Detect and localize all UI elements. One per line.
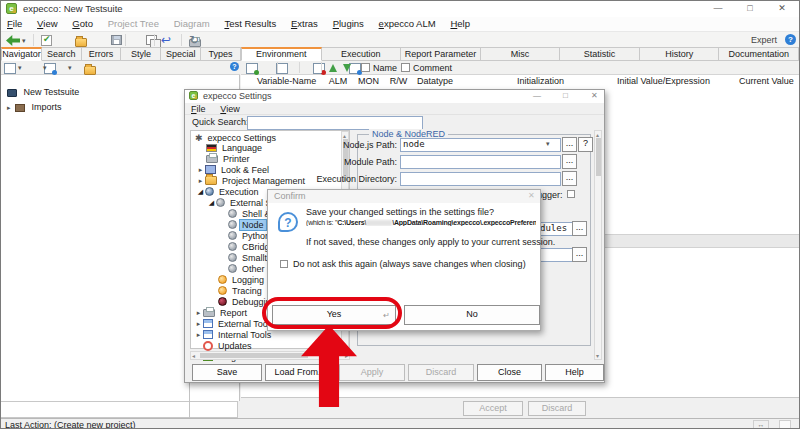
settings-item-internal-tools[interactable]: ▸Internal Tools	[192, 329, 273, 340]
tab-style[interactable]: Style	[121, 47, 161, 61]
resize-columns-icon[interactable]: ↔	[753, 420, 769, 429]
copy-window-icon[interactable]	[146, 35, 157, 45]
menu-plugins[interactable]: Plugins	[327, 17, 370, 31]
close-button[interactable]: ✕	[767, 1, 797, 17]
nodejs-path-dropdown-icon[interactable]: ▾	[546, 140, 550, 148]
empty-field-fragment[interactable]	[537, 248, 575, 262]
open-folder-icon[interactable]	[75, 38, 87, 47]
back-arrow-icon[interactable]	[6, 35, 20, 46]
new-document-icon[interactable]	[41, 35, 52, 46]
column-current-value[interactable]: Current Value	[735, 75, 800, 88]
settings-item-cbridge[interactable]: CBridge	[192, 241, 277, 252]
help-icon[interactable]: ?	[785, 34, 796, 45]
module-path-browse-button[interactable]: ...	[562, 154, 577, 169]
menu-extras[interactable]: Extras	[285, 17, 324, 31]
tab-execution[interactable]: Execution	[322, 47, 402, 61]
layout-dropdown-icon[interactable]: ▾	[43, 64, 47, 72]
scroll-up-icon[interactable]: ▴	[596, 131, 599, 138]
tab-navigator[interactable]: Navigator	[1, 47, 42, 61]
quick-search-input[interactable]	[247, 116, 423, 130]
tab-report-parameter[interactable]: Report Parameter	[401, 47, 481, 61]
settings-apply-button[interactable]: Apply	[339, 364, 405, 381]
execution-directory-input[interactable]	[400, 172, 561, 186]
menu-goto[interactable]: Goto	[66, 17, 99, 31]
settings-minimize-button[interactable]: —	[533, 91, 541, 100]
folder-dropdown-icon[interactable]: ▾	[68, 64, 72, 72]
settings-discard-button[interactable]: Discard	[408, 364, 474, 381]
tree-item-imports[interactable]: ▸ Imports	[7, 102, 62, 112]
settings-item-other[interactable]: Other	[192, 263, 267, 274]
settings-menu-view[interactable]: View	[214, 103, 245, 115]
tab-types[interactable]: Types	[201, 47, 241, 61]
expander-icon[interactable]: ▸	[194, 320, 203, 328]
column-datatype[interactable]: Datatype	[413, 75, 518, 88]
settings-item-look-and-feel[interactable]: ▸Look & Feel	[192, 164, 271, 175]
maximize-button[interactable]: □	[735, 1, 765, 17]
column-variable-name[interactable]: Variable-Name	[253, 75, 328, 88]
scrollbar-thumb[interactable]	[200, 353, 308, 358]
navigator-help-icon[interactable]: ?	[230, 62, 239, 71]
confirm-no-button[interactable]: No	[404, 305, 540, 325]
tab-statistic[interactable]: Statistic	[560, 47, 640, 61]
settings-item-printer[interactable]: Printer	[192, 153, 252, 164]
expander-icon[interactable]: ▸	[196, 166, 205, 174]
tab-special[interactable]: Special	[161, 47, 201, 61]
settings-save-button[interactable]: Save	[192, 364, 262, 381]
discard-button[interactable]: Discard	[528, 401, 586, 416]
expander-icon[interactable]: ▸	[196, 177, 205, 185]
view-mode-icon[interactable]	[4, 63, 16, 74]
column-mon[interactable]: MON	[353, 75, 385, 88]
tab-search[interactable]: Search	[42, 47, 82, 61]
settings-item-project-management[interactable]: ▸Project Management	[192, 175, 307, 186]
scroll-down-icon[interactable]: ▾	[596, 352, 599, 359]
settings-item-execution[interactable]: ◢Execution	[192, 186, 261, 197]
column-alm[interactable]: ALM	[323, 75, 354, 88]
column-initialization[interactable]: Initialization	[513, 75, 618, 88]
menu-view[interactable]: View	[31, 17, 63, 31]
expander-icon[interactable]: ◢	[207, 199, 216, 207]
settings-item-logging[interactable]: Logging	[192, 274, 266, 285]
settings-item-language[interactable]: Language	[192, 142, 264, 153]
menu-test-results[interactable]: Test Results	[218, 17, 282, 31]
execution-directory-browse-button[interactable]: ...	[562, 171, 577, 186]
scroll-left-icon[interactable]: ◂	[192, 352, 195, 359]
tab-history[interactable]: History	[640, 47, 720, 61]
menu-file[interactable]: File	[1, 17, 28, 31]
tab-misc[interactable]: Misc	[481, 47, 561, 61]
fragment-browse-button-2[interactable]: ...	[572, 247, 587, 262]
tab-documentation[interactable]: Documentation	[719, 47, 799, 61]
tab-environment[interactable]: Environment	[241, 47, 322, 61]
settings-item-report[interactable]: ▸Report	[192, 307, 249, 318]
nodejs-path-input[interactable]: node	[400, 138, 561, 152]
scrollbar-thumb[interactable]	[596, 138, 601, 176]
confirm-close-button[interactable]: ✕	[528, 191, 535, 200]
refresh-clock-icon[interactable]: ↻	[189, 33, 199, 47]
expander-icon[interactable]: ▸	[194, 309, 203, 317]
add-variable-icon[interactable]	[246, 63, 258, 74]
menu-help[interactable]: Help	[444, 17, 476, 31]
minimize-button[interactable]: —	[703, 1, 733, 17]
undo-icon[interactable]: ↩	[161, 33, 171, 47]
tab-errors[interactable]: Errors	[82, 47, 122, 61]
debugger-checkbox[interactable]	[567, 190, 575, 198]
back-arrow-dropdown-icon[interactable]: ▾	[22, 37, 26, 45]
fragment-browse-button[interactable]: ...	[572, 221, 587, 236]
module-field-fragment[interactable]: dules	[537, 222, 575, 236]
reload-variables-icon[interactable]	[349, 63, 361, 74]
settings-maximize-button[interactable]: □	[563, 91, 568, 100]
settings-item-node[interactable]: Node	[192, 219, 266, 230]
expander-icon[interactable]: ▸	[194, 331, 203, 339]
nodejs-path-browse-button[interactable]: ...	[562, 137, 577, 152]
comment-checkbox[interactable]	[401, 63, 410, 72]
settings-close-button[interactable]: ✕	[591, 91, 598, 100]
settings-item-updates[interactable]: Updates	[192, 340, 254, 351]
expander-icon[interactable]: ◢	[196, 188, 205, 196]
scroll-up-icon[interactable]: ▴	[343, 132, 346, 139]
remove-variable-icon[interactable]	[313, 63, 325, 74]
settings-menu-file[interactable]: File	[185, 103, 212, 115]
folder-actions-icon[interactable]	[84, 66, 96, 75]
settings-close-button-bottom[interactable]: Close	[477, 364, 542, 381]
column-initial-value[interactable]: Initial Value/Expression	[613, 75, 740, 88]
save-icon[interactable]	[111, 35, 122, 45]
expander-icon[interactable]: ▸	[7, 104, 11, 111]
